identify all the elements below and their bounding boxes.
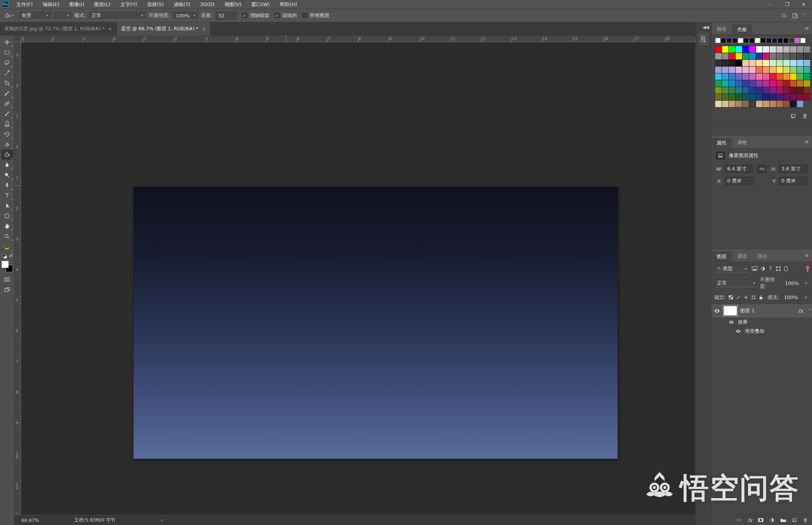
- swatch[interactable]: [790, 80, 796, 87]
- swatch[interactable]: [722, 73, 728, 80]
- swatch[interactable]: [770, 94, 776, 100]
- swatch[interactable]: [722, 101, 728, 107]
- panel-menu-icon[interactable]: ≡: [805, 25, 809, 31]
- gradient-overlay-row[interactable]: 渐变叠加: [711, 327, 812, 336]
- swatch[interactable]: [715, 53, 722, 59]
- path-select-tool[interactable]: [1, 201, 13, 211]
- document-canvas[interactable]: [134, 187, 618, 459]
- clone-stamp-tool[interactable]: [1, 119, 13, 129]
- swatch[interactable]: [722, 94, 728, 100]
- filter-smart-objects-icon[interactable]: [784, 266, 789, 271]
- swatch[interactable]: [715, 60, 722, 66]
- swatch[interactable]: [804, 67, 810, 73]
- swatch[interactable]: [722, 53, 728, 59]
- swatch[interactable]: [763, 87, 769, 93]
- recent-swatch[interactable]: [800, 38, 806, 43]
- contiguous-checkbox[interactable]: ✓ 连续的: [275, 12, 297, 19]
- recent-swatch[interactable]: [749, 38, 755, 43]
- dodge-tool[interactable]: [1, 170, 13, 180]
- move-tool[interactable]: [1, 37, 13, 47]
- swatch[interactable]: [742, 60, 749, 66]
- blend-mode-select[interactable]: 正常▾: [714, 279, 758, 287]
- swatch[interactable]: [770, 46, 776, 53]
- recent-swatch[interactable]: [727, 38, 732, 43]
- collapse-effects-icon[interactable]: ˄: [808, 309, 810, 313]
- link-layers-icon[interactable]: [736, 518, 742, 522]
- menu-item[interactable]: 选择(S): [142, 0, 168, 9]
- swatch[interactable]: [729, 87, 735, 93]
- swatch[interactable]: [756, 80, 762, 87]
- swatch[interactable]: [736, 67, 742, 73]
- swatch[interactable]: [776, 94, 783, 100]
- link-dimensions-icon[interactable]: [757, 165, 766, 173]
- swatch[interactable]: [790, 67, 796, 73]
- visibility-eye-icon[interactable]: [735, 329, 742, 333]
- swatch[interactable]: [783, 53, 790, 59]
- swatch[interactable]: [783, 87, 790, 93]
- swatch[interactable]: [736, 101, 742, 107]
- swatch[interactable]: [763, 94, 769, 100]
- tab-starry-sky[interactable]: 星空 @ 66.7% (图层 1, RGB/8#) * ×: [117, 22, 211, 36]
- swatch[interactable]: [776, 80, 783, 87]
- swatch[interactable]: [776, 46, 783, 53]
- swatch[interactable]: [770, 80, 776, 87]
- swatch[interactable]: [804, 80, 810, 87]
- swatch[interactable]: [790, 53, 796, 59]
- swatch[interactable]: [790, 46, 796, 53]
- swatch[interactable]: [797, 53, 803, 59]
- new-swatch-icon[interactable]: [790, 113, 796, 119]
- banana-icon[interactable]: [1, 241, 13, 252]
- y-field[interactable]: 0 厘米: [779, 177, 808, 185]
- minimize-button[interactable]: –: [762, 0, 779, 9]
- swatch[interactable]: [763, 101, 769, 107]
- visibility-eye-icon[interactable]: [728, 320, 735, 324]
- swatch[interactable]: [742, 73, 749, 80]
- layer-opacity-value[interactable]: 100%: [783, 279, 801, 287]
- swatch[interactable]: [715, 67, 722, 73]
- menu-item[interactable]: 窗口(W): [246, 0, 275, 9]
- swatch[interactable]: [770, 60, 776, 66]
- pen-tool[interactable]: [1, 180, 13, 190]
- recent-swatch[interactable]: [772, 38, 777, 43]
- swatch[interactable]: [756, 53, 762, 59]
- layer-filter-select[interactable]: 类型 ▾: [714, 265, 749, 273]
- foreground-color-chip[interactable]: [2, 261, 9, 268]
- swatch[interactable]: [749, 73, 756, 80]
- default-colors-control[interactable]: ⇄: [2, 254, 13, 259]
- swatch[interactable]: [749, 87, 756, 93]
- swatch[interactable]: [783, 80, 790, 87]
- swatch[interactable]: [783, 73, 790, 80]
- lock-pixels-icon[interactable]: [736, 295, 741, 300]
- swatch[interactable]: [756, 101, 762, 107]
- layer-name[interactable]: 图层 1: [740, 307, 755, 314]
- menu-item[interactable]: 帮助(H): [275, 0, 302, 9]
- brush-tool[interactable]: [1, 109, 13, 119]
- new-adjustment-layer-icon[interactable]: [769, 517, 775, 523]
- swatch[interactable]: [736, 73, 742, 80]
- swatch[interactable]: [797, 67, 803, 73]
- swatch[interactable]: [804, 73, 810, 80]
- fill-value[interactable]: 100%: [782, 293, 800, 301]
- swatch[interactable]: [756, 94, 762, 100]
- swatch[interactable]: [756, 60, 762, 66]
- recent-swatch[interactable]: [721, 38, 726, 43]
- swatch[interactable]: [756, 67, 762, 73]
- swatch[interactable]: [770, 87, 776, 93]
- recent-swatch[interactable]: [715, 38, 720, 43]
- tab-swatches[interactable]: 色板: [732, 24, 752, 34]
- lock-transparent-icon[interactable]: [728, 295, 733, 300]
- swatch[interactable]: [722, 80, 728, 87]
- restore-button[interactable]: ❐: [779, 0, 795, 9]
- swatch[interactable]: [756, 73, 762, 80]
- swatch[interactable]: [722, 46, 728, 53]
- swatch[interactable]: [749, 53, 756, 59]
- swatch[interactable]: [776, 67, 783, 73]
- swatch[interactable]: [742, 94, 749, 100]
- swatch[interactable]: [776, 73, 783, 80]
- layer-row-1[interactable]: 图层 1 fx ˄: [711, 304, 812, 318]
- tool-preset-picker[interactable]: ▾: [3, 12, 16, 20]
- swatch[interactable]: [763, 60, 769, 66]
- swatch[interactable]: [797, 80, 803, 87]
- opacity-select[interactable]: 100%▾: [173, 12, 198, 20]
- filter-pixel-layers-icon[interactable]: [752, 266, 758, 271]
